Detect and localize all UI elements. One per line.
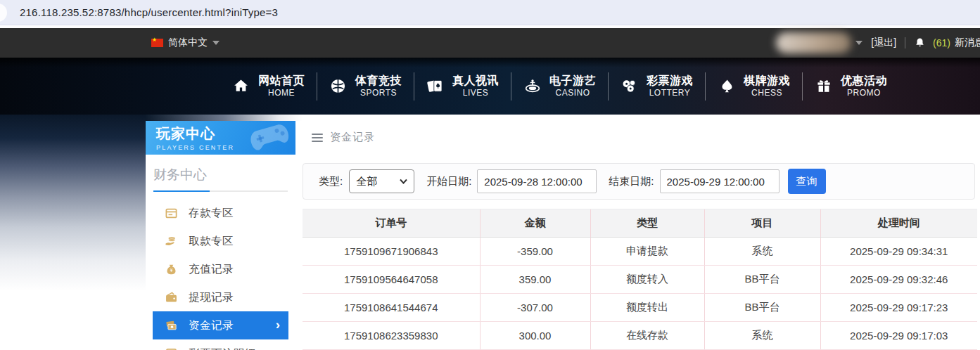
language-label: 简体中文 (168, 37, 208, 49)
table-row: 1759108623359830300.00在线存款系统2025-09-29 0… (303, 322, 977, 350)
bell-icon[interactable] (914, 37, 926, 49)
nav-item-sports[interactable]: 体育竞技 SPORTS (317, 67, 414, 105)
nav-label-en: PROMO (847, 88, 881, 98)
sidebar-item-deposit[interactable]: 存款专区 (153, 199, 288, 227)
table-cell: 2025-09-29 09:32:46 (820, 266, 977, 294)
table-row: 1759109564647058359.00额度转入BB平台2025-09-29… (303, 266, 977, 294)
search-button[interactable]: 查询 (788, 169, 826, 194)
table-cell: -359.00 (480, 238, 590, 266)
section-underline (153, 190, 288, 192)
withdraw-icon (164, 234, 178, 248)
language-selector[interactable]: ★ 简体中文 (151, 28, 219, 58)
sidebar-item-label: 提现记录 (189, 290, 234, 305)
sidebar-item-recharge-record[interactable]: ¥ 充值记录 (153, 255, 288, 283)
nav-label-zh: 电子游艺 (549, 74, 596, 88)
spade-icon (717, 77, 736, 95)
table-cell: 1759109564647058 (303, 266, 480, 294)
records-table: 订单号金额类型项目处理时间 1759109671906843-359.00申请提… (303, 209, 977, 350)
chevron-down-icon (400, 179, 407, 184)
sidebar-item-label: 资金记录 (189, 318, 234, 333)
table-body: 1759109671906843-359.00申请提款系统2025-09-29 … (303, 238, 977, 350)
nav-item-lives[interactable]: 真人视讯 LIVES (414, 67, 511, 105)
end-date-input[interactable] (660, 169, 779, 193)
bet-details-icon (164, 347, 178, 350)
start-date-input[interactable] (477, 169, 597, 193)
divider (905, 37, 905, 48)
roulette-icon (523, 77, 542, 95)
withdrawal-record-icon (164, 291, 178, 304)
chevron-down-icon[interactable] (855, 41, 863, 45)
type-label: 类型: (319, 175, 343, 188)
sidebar-item-bet-details[interactable]: 彩票下注明细 (153, 339, 288, 350)
section-title: 财务中心 (153, 166, 295, 184)
column-header: 项目 (704, 209, 820, 238)
message-count[interactable]: (61) (933, 37, 950, 48)
browser-circle-decoration (0, 4, 7, 22)
table-cell: 系统 (704, 238, 820, 266)
china-flag-icon: ★ (151, 39, 163, 47)
nav-label-zh: 体育竞技 (355, 74, 402, 88)
new-message-label[interactable]: 新消息 (955, 37, 980, 49)
nav-label-en: SPORTS (360, 88, 397, 98)
nav-label-en: HOME (268, 88, 295, 98)
recharge-record-icon: ¥ (164, 263, 178, 276)
filter-bar: 类型: 全部 开始日期: 结束日期: 查询 (303, 163, 975, 200)
gamepad-icon (248, 122, 291, 155)
nav-label-zh: 优惠活动 (841, 74, 887, 88)
breadcrumb: 资金记录 (312, 131, 375, 144)
sidebar-item-withdrawal-record[interactable]: 提现记录 (153, 283, 288, 311)
logout-button[interactable]: [退出] (871, 37, 896, 49)
nav-label-zh: 网站首页 (258, 74, 305, 88)
nav-item-promo[interactable]: 优惠活动 PROMO (802, 67, 899, 105)
nav-label-en: LOTTERY (649, 88, 691, 98)
menu-icon[interactable] (312, 134, 323, 142)
table-cell: 系统 (704, 322, 820, 350)
sidebar-item-withdraw[interactable]: 取款专区 (153, 227, 288, 255)
sidebar-item-label: 彩票下注明细 (189, 346, 256, 350)
table-cell: 2025-09-29 09:34:31 (820, 238, 977, 266)
nav-item-lottery[interactable]: 彩票游戏 LOTTERY (608, 67, 705, 105)
sports-ball-icon (329, 77, 348, 95)
table-cell: 额度转出 (590, 294, 704, 322)
nav-label-zh: 棋牌游戏 (744, 74, 790, 88)
column-header: 金额 (480, 209, 590, 238)
nav-label-zh: 真人视讯 (452, 74, 499, 88)
sidebar-item-label: 充值记录 (189, 262, 234, 277)
type-select-value: 全部 (356, 175, 377, 188)
sidebar-item-label: 取款专区 (189, 234, 234, 249)
table-row: 1759108641544674-307.00额度转出BB平台2025-09-2… (303, 294, 977, 322)
account-area: [退出] (61) 新消息 (776, 28, 980, 58)
table-cell: 1759109671906843 (303, 238, 480, 266)
nav-item-chess[interactable]: 棋牌游戏 CHESS (705, 67, 802, 105)
home-icon (231, 77, 250, 95)
type-select[interactable]: 全部 (349, 169, 414, 193)
funds-record-icon (164, 319, 178, 332)
start-date-label: 开始日期: (426, 175, 471, 188)
table-cell: 2025-09-29 09:17:03 (820, 322, 977, 350)
gift-icon (814, 77, 833, 95)
nav-label-en: LIVES (463, 88, 489, 98)
sidebar-menu: 存款专区 取款专区 ¥ 充值记录 提现记录 资金记录 › 彩票下注明细 (146, 199, 295, 350)
account-bar: ★ 简体中文 [退出] (61) 新消息 (0, 28, 980, 58)
table-cell: 额度转入 (590, 266, 704, 294)
username-blurred (776, 32, 851, 53)
table-cell: 在线存款 (590, 322, 704, 350)
nav-item-home[interactable]: 网站首页 HOME (219, 67, 317, 105)
nav-item-casino[interactable]: 电子游艺 CASINO (511, 67, 608, 105)
content-area: 玩家中心 PLAYERS CENTER 财务中心 存款专区 取款专区 ¥ 充值记… (0, 115, 980, 350)
browser-url-bar[interactable]: 216.118.235.52:8783/hhcp/usercenter.html… (0, 0, 980, 25)
table-cell: BB平台 (704, 294, 820, 322)
chevron-down-icon (212, 41, 219, 45)
sidebar-item-label: 存款专区 (189, 206, 234, 221)
sidebar: 玩家中心 PLAYERS CENTER 财务中心 存款专区 取款专区 ¥ 充值记… (146, 121, 295, 350)
table-cell: 300.00 (480, 322, 590, 350)
sidebar-item-funds-record[interactable]: 资金记录 › (153, 311, 288, 339)
table-cell: -307.00 (480, 294, 590, 322)
end-date-label: 结束日期: (609, 175, 654, 188)
url-text[interactable]: 216.118.235.52:8783/hhcp/usercenter.html… (20, 6, 278, 18)
nav-label-zh: 彩票游戏 (647, 74, 693, 88)
table-cell: 359.00 (480, 266, 590, 294)
background-gradient-strip (146, 115, 303, 121)
background-gradient (0, 115, 146, 350)
lottery-balls-icon (620, 77, 639, 95)
